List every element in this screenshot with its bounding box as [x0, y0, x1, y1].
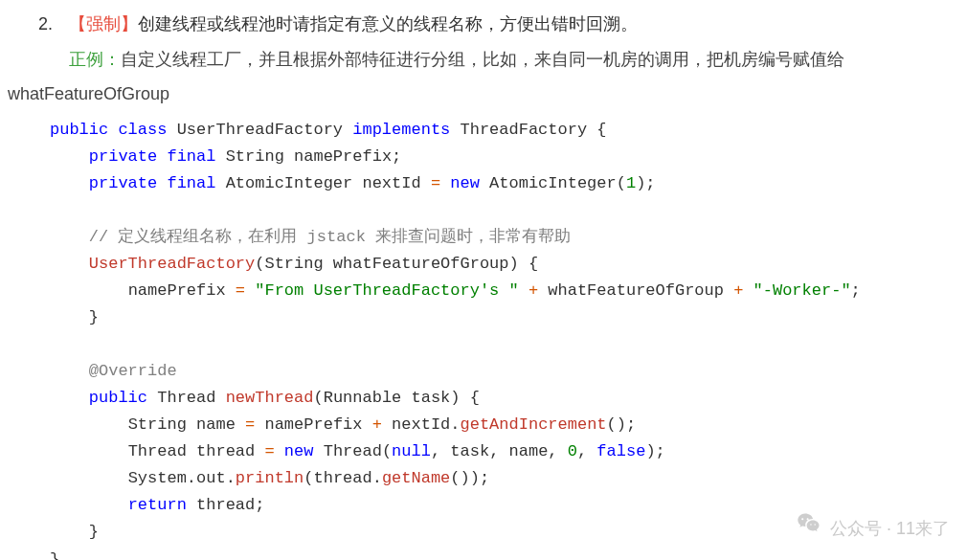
example-text: 自定义线程工厂，并且根据外部特征进行分组，比如，来自同一机房的调用，把机房编号赋…	[121, 50, 844, 69]
continuation-text: whatFeatureOfGroup	[8, 79, 929, 109]
wechat-icon	[796, 510, 822, 547]
list-item: 2. 【强制】创建线程或线程池时请指定有意义的线程名称，方便出错时回溯。 正例：…	[38, 10, 929, 560]
example-line: 正例：自定义线程工厂，并且根据外部特征进行分组，比如，来自同一机房的调用，把机房…	[69, 45, 929, 75]
watermark: 公众号 · 11来了	[796, 510, 950, 547]
code-block: public class UserThreadFactory implement…	[50, 117, 929, 560]
mandatory-tag: 【强制】	[69, 14, 138, 34]
example-label: 正例：	[69, 50, 121, 69]
watermark-text: 公众号 · 11来了	[830, 514, 950, 544]
title-line: 【强制】创建线程或线程池时请指定有意义的线程名称，方便出错时回溯。	[69, 10, 929, 39]
item-content: 【强制】创建线程或线程池时请指定有意义的线程名称，方便出错时回溯。 正例：自定义…	[69, 10, 929, 560]
title-text: 创建线程或线程池时请指定有意义的线程名称，方便出错时回溯。	[138, 14, 638, 34]
